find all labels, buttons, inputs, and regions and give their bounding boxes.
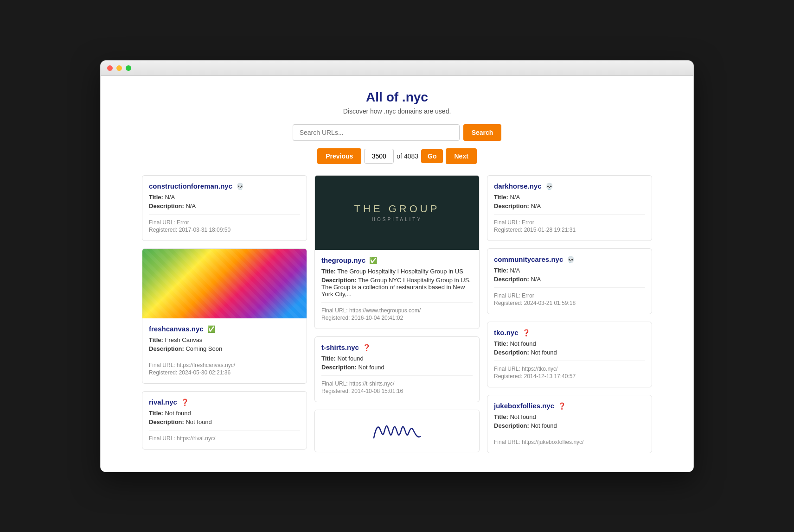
list-item: darkhorse.nyc 💀 Title: N/A Description: … bbox=[487, 175, 652, 241]
card-meta: Final URL: https://www.thegroupus.com/ R… bbox=[321, 302, 473, 321]
card-final-url: Final URL: https://www.thegroupus.com/ bbox=[321, 307, 473, 314]
card-body: constructionforeman.nyc 💀 Title: N/A Des… bbox=[142, 176, 307, 241]
card-domain[interactable]: rival.nyc ❓ bbox=[149, 398, 300, 406]
card-body: rival.nyc ❓ Title: Not found Description… bbox=[142, 392, 307, 449]
card-registered: Registered: 2014-10-08 15:01:16 bbox=[321, 388, 473, 394]
status-icon: 💀 bbox=[236, 183, 244, 190]
card-registered: Registered: 2024-05-30 02:21:36 bbox=[149, 369, 300, 376]
status-icon: ❓ bbox=[558, 402, 566, 410]
card-body: darkhorse.nyc 💀 Title: N/A Description: … bbox=[487, 176, 652, 241]
card-registered: Registered: 2015-01-28 19:21:31 bbox=[494, 227, 645, 233]
list-item bbox=[314, 410, 480, 452]
list-item: jukeboxfollies.nyc ❓ Title: Not found De… bbox=[487, 395, 652, 453]
card-body: thegroup.nyc ✅ Title: The Group Hospital… bbox=[315, 250, 479, 329]
page-of-text: of 4083 bbox=[397, 152, 418, 160]
card-registered: Registered: 2016-10-04 20:41:02 bbox=[321, 315, 473, 321]
card-title-field: Title: N/A bbox=[494, 194, 645, 201]
card-registered: Registered: 2024-03-21 01:59:18 bbox=[494, 300, 645, 306]
card-title-field: Title: Not found bbox=[494, 413, 645, 420]
page-header: All of .nyc Discover how .nyc domains ar… bbox=[110, 90, 684, 115]
card-body: communitycares.nyc 💀 Title: N/A Descript… bbox=[487, 249, 652, 314]
pagination: Previous of 4083 Go Next bbox=[110, 148, 684, 164]
card-title-field: Title: N/A bbox=[494, 267, 645, 274]
card-body: jukeboxfollies.nyc ❓ Title: Not found De… bbox=[487, 395, 652, 453]
page-subtitle: Discover how .nyc domains are used. bbox=[110, 108, 684, 115]
previous-button[interactable]: Previous bbox=[317, 148, 361, 164]
minimize-dot[interactable] bbox=[116, 65, 122, 71]
card-final-url: Final URL: https://tko.nyc/ bbox=[494, 366, 645, 372]
card-description-field: Description: Not found bbox=[321, 364, 473, 371]
list-item: t-shirts.nyc ❓ Title: Not found Descript… bbox=[314, 336, 480, 402]
card-description-field: Description: Not found bbox=[149, 418, 300, 425]
card-description-field: Description: The Group NYC I Hospitality… bbox=[321, 277, 473, 298]
list-item: tko.nyc ❓ Title: Not found Description: … bbox=[487, 322, 652, 387]
card-domain[interactable]: thegroup.nyc ✅ bbox=[321, 256, 473, 264]
search-bar: Search bbox=[110, 124, 684, 141]
next-button[interactable]: Next bbox=[446, 148, 476, 164]
card-meta: Final URL: https://jukeboxfollies.nyc/ bbox=[494, 434, 645, 445]
status-icon: ✅ bbox=[207, 325, 215, 333]
card-signature bbox=[315, 410, 479, 452]
page-title: All of .nyc bbox=[110, 90, 684, 105]
page-number-input[interactable] bbox=[364, 149, 394, 164]
card-body: tko.nyc ❓ Title: Not found Description: … bbox=[487, 322, 652, 387]
page-content: All of .nyc Discover how .nyc domains ar… bbox=[101, 76, 693, 472]
card-registered: Registered: 2014-12-13 17:40:57 bbox=[494, 373, 645, 380]
status-icon: ✅ bbox=[369, 257, 377, 264]
column-1: constructionforeman.nyc 💀 Title: N/A Des… bbox=[142, 175, 307, 453]
list-item: freshcanvas.nyc ✅ Title: Fresh Canvas De… bbox=[142, 248, 307, 384]
card-domain[interactable]: communitycares.nyc 💀 bbox=[494, 255, 645, 263]
search-button[interactable]: Search bbox=[463, 124, 502, 141]
card-domain[interactable]: constructionforeman.nyc 💀 bbox=[149, 182, 300, 190]
list-item: rival.nyc ❓ Title: Not found Description… bbox=[142, 391, 307, 450]
card-title-field: Title: The Group Hospitality I Hospitali… bbox=[321, 268, 473, 275]
status-icon: ❓ bbox=[522, 329, 530, 336]
card-description-field: Description: N/A bbox=[494, 203, 645, 209]
close-dot[interactable] bbox=[107, 65, 113, 71]
card-final-url: Final URL: https://freshcanvas.nyc/ bbox=[149, 362, 300, 368]
card-domain[interactable]: freshcanvas.nyc ✅ bbox=[149, 325, 300, 333]
card-meta: Final URL: Error Registered: 2024-03-21 … bbox=[494, 287, 645, 306]
status-icon: ❓ bbox=[363, 344, 371, 351]
card-description-field: Description: Coming Soon bbox=[149, 345, 300, 352]
card-title-field: Title: Fresh Canvas bbox=[149, 336, 300, 343]
card-meta: Final URL: Error Registered: 2017-03-31 … bbox=[149, 214, 300, 233]
cards-grid: constructionforeman.nyc 💀 Title: N/A Des… bbox=[142, 175, 652, 453]
search-input[interactable] bbox=[293, 124, 460, 141]
go-button[interactable]: Go bbox=[421, 149, 443, 163]
group-title: THE GROUP bbox=[354, 203, 440, 215]
card-meta: Final URL: Error Registered: 2015-01-28 … bbox=[494, 214, 645, 233]
card-domain[interactable]: jukeboxfollies.nyc ❓ bbox=[494, 402, 645, 410]
column-3: darkhorse.nyc 💀 Title: N/A Description: … bbox=[487, 175, 652, 453]
card-title-field: Title: Not found bbox=[321, 355, 473, 362]
card-description-field: Description: N/A bbox=[149, 203, 300, 209]
card-meta: Final URL: https://rival.nyc/ bbox=[149, 430, 300, 442]
status-icon: 💀 bbox=[545, 183, 553, 190]
card-final-url: Final URL: Error bbox=[149, 219, 300, 226]
card-domain[interactable]: darkhorse.nyc 💀 bbox=[494, 182, 645, 190]
browser-window: All of .nyc Discover how .nyc domains ar… bbox=[100, 60, 694, 472]
card-final-url: Final URL: https://rival.nyc/ bbox=[149, 435, 300, 442]
browser-chrome bbox=[101, 61, 693, 76]
card-final-url: Final URL: Error bbox=[494, 219, 645, 226]
card-meta: Final URL: https://t-shirts.nyc/ Registe… bbox=[321, 375, 473, 394]
card-dark-header: THE GROUP HOSPITALITY bbox=[315, 176, 479, 250]
list-item: THE GROUP HOSPITALITY thegroup.nyc ✅ Tit… bbox=[314, 175, 480, 329]
card-meta: Final URL: https://freshcanvas.nyc/ Regi… bbox=[149, 357, 300, 376]
status-icon: ❓ bbox=[181, 399, 189, 406]
card-body: freshcanvas.nyc ✅ Title: Fresh Canvas De… bbox=[142, 318, 307, 383]
card-final-url: Final URL: https://jukeboxfollies.nyc/ bbox=[494, 439, 645, 445]
status-icon: 💀 bbox=[567, 256, 575, 263]
list-item: communitycares.nyc 💀 Title: N/A Descript… bbox=[487, 248, 652, 314]
card-description-field: Description: Not found bbox=[494, 422, 645, 429]
card-domain[interactable]: tko.nyc ❓ bbox=[494, 329, 645, 336]
card-final-url: Final URL: Error bbox=[494, 292, 645, 299]
card-title-field: Title: N/A bbox=[149, 194, 300, 201]
maximize-dot[interactable] bbox=[126, 65, 131, 71]
card-description-field: Description: N/A bbox=[494, 276, 645, 283]
card-title-field: Title: Not found bbox=[494, 340, 645, 347]
card-painting bbox=[142, 249, 307, 318]
card-meta: Final URL: https://tko.nyc/ Registered: … bbox=[494, 361, 645, 380]
card-domain[interactable]: t-shirts.nyc ❓ bbox=[321, 343, 473, 351]
card-body: t-shirts.nyc ❓ Title: Not found Descript… bbox=[315, 337, 479, 402]
